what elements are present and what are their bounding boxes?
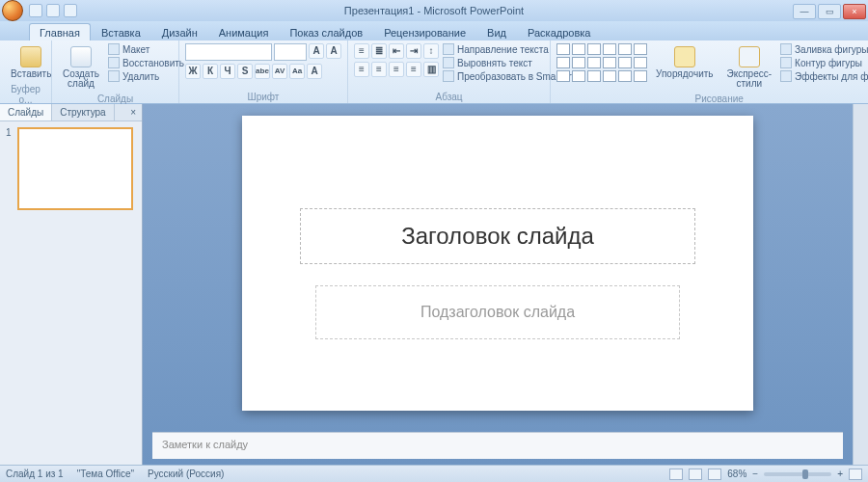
thumbnail-area: 1: [0, 121, 142, 465]
shape-icon[interactable]: [603, 43, 616, 55]
slide-thumbnail[interactable]: [17, 127, 133, 210]
shape-icon[interactable]: [618, 70, 632, 82]
grow-font-button[interactable]: A: [309, 43, 324, 59]
slide-canvas-scroll[interactable]: Заголовок слайда Подзаголовок слайда: [143, 104, 853, 432]
tab-home[interactable]: Главная: [29, 23, 91, 40]
fill-icon: [780, 43, 792, 55]
maximize-button[interactable]: ▭: [818, 4, 841, 19]
qat-redo-icon[interactable]: [64, 4, 77, 17]
shape-icon[interactable]: [572, 70, 585, 82]
new-slide-button[interactable]: Создать слайд: [58, 43, 104, 92]
tab-slides[interactable]: Слайды: [0, 104, 52, 120]
tab-outline[interactable]: Структура: [52, 104, 114, 120]
decrease-indent-button[interactable]: ⇤: [389, 43, 404, 59]
shapes-gallery[interactable]: [556, 43, 647, 82]
shape-icon[interactable]: [572, 57, 585, 68]
shape-icon[interactable]: [618, 57, 632, 68]
bullets-button[interactable]: ≡: [354, 43, 369, 59]
shrink-font-button[interactable]: A: [326, 43, 341, 59]
language-indicator[interactable]: Русский (Россия): [148, 469, 224, 479]
zoom-slider[interactable]: [764, 472, 831, 476]
tab-review[interactable]: Рецензирование: [373, 23, 476, 40]
font-size-combo[interactable]: [274, 43, 307, 61]
shape-icon[interactable]: [572, 43, 585, 55]
reset-button[interactable]: Восстановить: [108, 57, 184, 68]
fit-window-button[interactable]: [849, 469, 862, 480]
outline-icon: [780, 57, 792, 68]
reset-icon: [108, 57, 120, 68]
shadow-button[interactable]: S: [237, 64, 253, 79]
shape-fill-button[interactable]: Заливка фигуры: [780, 43, 868, 55]
minimize-button[interactable]: —: [793, 4, 816, 19]
slide-canvas[interactable]: Заголовок слайда Подзаголовок слайда: [242, 116, 753, 411]
paste-button[interactable]: Вставить: [6, 43, 56, 82]
layout-button[interactable]: Макет: [108, 43, 184, 55]
arrange-button[interactable]: Упорядочить: [651, 43, 719, 82]
paste-label: Вставить: [11, 69, 51, 79]
shape-icon[interactable]: [556, 70, 570, 82]
title-placeholder[interactable]: Заголовок слайда: [300, 208, 695, 264]
align-center-button[interactable]: ≡: [371, 62, 387, 77]
case-button[interactable]: Aa: [289, 64, 305, 79]
tab-insert[interactable]: Вставка: [91, 23, 151, 40]
shape-icon[interactable]: [618, 43, 632, 55]
group-drawing: Упорядочить Экспресс-стили Заливка фигур…: [551, 40, 868, 103]
tab-view[interactable]: Вид: [476, 23, 517, 40]
justify-button[interactable]: ≡: [406, 62, 421, 77]
increase-indent-button[interactable]: ⇥: [406, 43, 421, 59]
shape-icon[interactable]: [603, 70, 616, 82]
close-panel-button[interactable]: ×: [124, 104, 142, 120]
slideshow-view-button[interactable]: [708, 469, 721, 480]
shape-icon[interactable]: [587, 57, 601, 68]
quick-styles-button[interactable]: Экспресс-стили: [722, 43, 777, 92]
close-button[interactable]: ×: [843, 4, 866, 19]
shape-icon[interactable]: [587, 70, 601, 82]
sorter-view-button[interactable]: [689, 469, 702, 480]
reset-label: Восстановить: [122, 58, 184, 68]
columns-button[interactable]: ▥: [423, 62, 439, 77]
shape-icon[interactable]: [603, 57, 616, 68]
notes-pane[interactable]: Заметки к слайду: [152, 432, 843, 459]
normal-view-button[interactable]: [669, 469, 683, 480]
delete-button[interactable]: Удалить: [108, 70, 184, 82]
shape-effects-button[interactable]: Эффекты для фи...: [780, 70, 868, 82]
tab-animation[interactable]: Анимация: [208, 23, 280, 40]
window-controls: — ▭ ×: [793, 2, 868, 19]
arrange-label: Упорядочить: [656, 69, 714, 79]
shape-icon[interactable]: [634, 70, 647, 82]
shape-icon[interactable]: [587, 43, 601, 55]
zoom-slider-thumb[interactable]: [802, 469, 808, 479]
window-title: Презентация1 - Microsoft PowerPoint: [344, 5, 524, 16]
qat-save-icon[interactable]: [29, 4, 42, 17]
numbering-button[interactable]: ≣: [371, 43, 387, 59]
align-right-button[interactable]: ≡: [389, 62, 404, 77]
tab-storyboard[interactable]: Раскадровка: [517, 23, 601, 40]
font-color-button[interactable]: A: [307, 64, 322, 79]
zoom-in-button[interactable]: +: [837, 469, 843, 479]
zoom-out-button[interactable]: −: [752, 469, 758, 479]
office-button[interactable]: [2, 0, 23, 21]
zoom-level[interactable]: 68%: [727, 469, 746, 479]
shape-icon[interactable]: [556, 43, 570, 55]
smartart-icon: [443, 70, 454, 82]
subtitle-placeholder[interactable]: Подзаголовок слайда: [315, 285, 680, 339]
underline-button[interactable]: Ч: [220, 64, 235, 79]
statusbar: Слайд 1 из 1 "Тема Office" Русский (Росс…: [0, 465, 868, 482]
strike-button[interactable]: abe: [255, 64, 270, 79]
vertical-scrollbar[interactable]: [853, 104, 868, 465]
shape-icon[interactable]: [634, 43, 647, 55]
tab-slideshow[interactable]: Показ слайдов: [279, 23, 373, 40]
shape-icon[interactable]: [634, 57, 647, 68]
shape-icon[interactable]: [556, 57, 570, 68]
font-family-combo[interactable]: [185, 43, 272, 61]
content-area: Слайды Структура × 1 Заголовок слайда По…: [0, 104, 868, 465]
spacing-button[interactable]: AV: [272, 64, 287, 79]
align-left-button[interactable]: ≡: [354, 62, 369, 77]
shape-outline-button[interactable]: Контур фигуры: [780, 57, 868, 68]
bold-button[interactable]: Ж: [185, 64, 201, 79]
italic-button[interactable]: К: [203, 64, 218, 79]
qat-undo-icon[interactable]: [46, 4, 60, 17]
line-spacing-button[interactable]: ↕: [423, 43, 439, 59]
canvas-area: Заголовок слайда Подзаголовок слайда Зам…: [143, 104, 853, 465]
tab-design[interactable]: Дизайн: [151, 23, 208, 40]
